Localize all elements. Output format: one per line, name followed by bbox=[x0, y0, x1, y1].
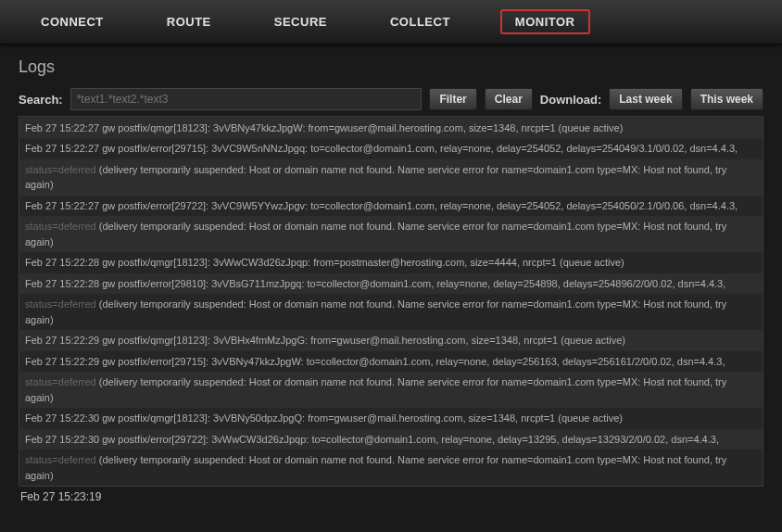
log-status-dim: status=deferred bbox=[25, 454, 96, 465]
log-text: (delivery temporarily suspended: Host or… bbox=[25, 221, 726, 247]
log-line: Feb 27 15:22:29 gw postfix/qmgr[18123]: … bbox=[19, 330, 763, 351]
log-text: Feb 27 15:22:28 gw postfix/qmgr[18123]: … bbox=[25, 257, 624, 268]
nav-item-connect[interactable]: CONNECT bbox=[28, 9, 117, 34]
log-line: Feb 27 15:22:27 gw postfix/error[29715]:… bbox=[19, 138, 763, 159]
nav-item-route[interactable]: ROUTE bbox=[154, 9, 224, 34]
log-text: (delivery temporarily suspended: Host or… bbox=[25, 298, 726, 325]
log-text: Feb 27 15:22:27 gw postfix/error[29715]:… bbox=[25, 143, 738, 154]
log-line: status=deferred (delivery temporarily su… bbox=[19, 216, 763, 252]
download-label: Download: bbox=[540, 93, 601, 107]
nav-item-monitor[interactable]: MONITOR bbox=[500, 9, 590, 34]
log-text: (delivery temporarily suspended: Host or… bbox=[25, 454, 726, 481]
log-status-dim: status=deferred bbox=[25, 221, 96, 232]
main-nav: CONNECTROUTESECURECOLLECTMONITOR bbox=[0, 0, 782, 44]
thisweek-button[interactable]: This week bbox=[690, 88, 763, 110]
log-line: Feb 27 15:22:27 gw postfix/error[29722]:… bbox=[19, 196, 763, 217]
log-text: Feb 27 15:22:29 gw postfix/error[29715]:… bbox=[25, 356, 725, 367]
log-line: status=deferred (delivery temporarily su… bbox=[19, 294, 763, 330]
log-line: status=deferred (delivery temporarily su… bbox=[19, 450, 763, 486]
lastweek-button[interactable]: Last week bbox=[609, 88, 682, 110]
log-text: Feb 27 15:22:30 gw postfix/qmgr[18123]: … bbox=[25, 412, 623, 424]
search-label: Search: bbox=[19, 93, 63, 107]
log-text: Feb 27 15:22:28 gw postfix/error[29810]:… bbox=[25, 278, 725, 289]
log-line: Feb 27 15:22:28 gw postfix/qmgr[18123]: … bbox=[19, 252, 763, 273]
clear-button[interactable]: Clear bbox=[485, 88, 533, 110]
filter-button[interactable]: Filter bbox=[429, 88, 476, 110]
log-line: Feb 27 15:22:27 gw postfix/qmgr[18123]: … bbox=[19, 118, 763, 139]
log-text: Feb 27 15:22:29 gw postfix/qmgr[18123]: … bbox=[25, 335, 625, 346]
log-line: Feb 27 15:22:30 gw postfix/qmgr[18123]: … bbox=[19, 408, 763, 429]
log-line: status=deferred (delivery temporarily su… bbox=[19, 159, 763, 196]
log-status-dim: status=deferred bbox=[25, 298, 96, 310]
log-text: Feb 27 15:22:27 gw postfix/qmgr[18123]: … bbox=[25, 122, 623, 133]
nav-item-secure[interactable]: SECURE bbox=[261, 9, 340, 34]
page-title: Logs bbox=[19, 57, 763, 77]
log-status-dim: status=deferred bbox=[25, 376, 96, 387]
log-text: Feb 27 15:22:30 gw postfix/error[29722]:… bbox=[25, 434, 719, 445]
log-text: (delivery temporarily suspended: Host or… bbox=[25, 376, 726, 403]
log-line: Feb 27 15:22:28 gw postfix/error[29810]:… bbox=[19, 273, 763, 295]
log-text: Feb 27 15:22:27 gw postfix/error[29722]:… bbox=[25, 200, 738, 211]
status-timestamp: Feb 27 15:23:19 bbox=[19, 487, 763, 507]
log-toolbar: Search: Filter Clear Download: Last week… bbox=[19, 88, 763, 110]
search-input[interactable] bbox=[70, 88, 423, 110]
log-status-dim: status=deferred bbox=[25, 164, 96, 175]
log-line: Feb 27 15:22:30 gw postfix/error[29722]:… bbox=[19, 429, 763, 450]
log-line: status=deferred (delivery temporarily su… bbox=[19, 372, 763, 408]
log-text: (delivery temporarily suspended: Host or… bbox=[25, 164, 726, 191]
log-output[interactable]: Feb 27 15:22:24 gw postfix/qmgr[18123]: … bbox=[19, 116, 763, 487]
log-line: Feb 27 15:22:29 gw postfix/error[29715]:… bbox=[19, 351, 763, 373]
nav-item-collect[interactable]: COLLECT bbox=[377, 9, 463, 34]
